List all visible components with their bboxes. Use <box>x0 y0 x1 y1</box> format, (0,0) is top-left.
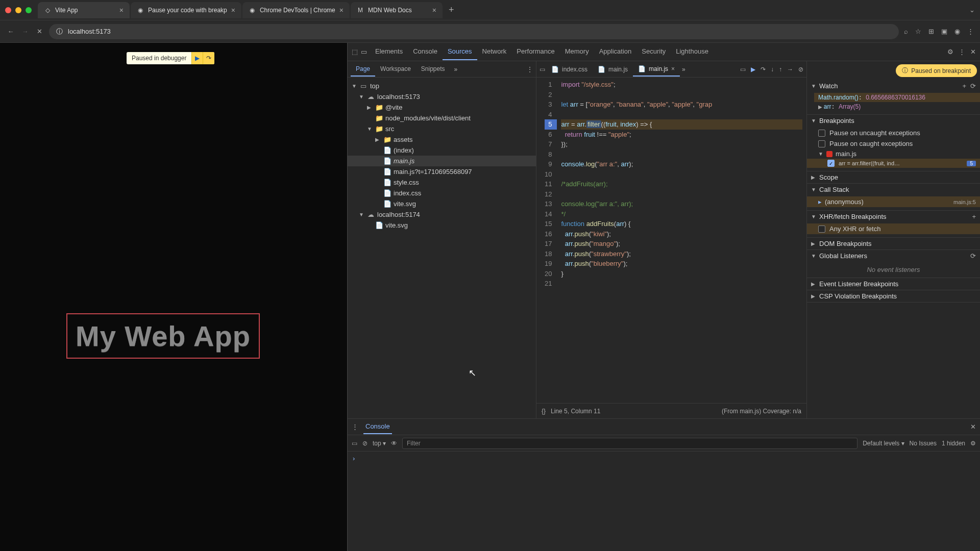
refresh-icon[interactable]: ⟳ <box>970 82 976 90</box>
close-tab-icon[interactable]: × <box>231 6 235 14</box>
scope-header[interactable]: ▶Scope <box>807 171 980 183</box>
resume-icon[interactable]: ▶ <box>751 66 755 73</box>
tree-item[interactable]: ▼📁src <box>348 123 536 134</box>
code-line[interactable]: arr.push("blueberry"); <box>561 259 802 269</box>
drawer-more-icon[interactable]: ⋮ <box>352 423 358 431</box>
code-line[interactable] <box>561 279 802 289</box>
line-number[interactable]: 2 <box>545 90 552 100</box>
extensions-icon[interactable]: ⊞ <box>928 28 934 35</box>
line-number[interactable]: 12 <box>545 189 552 199</box>
devtools-tab-elements[interactable]: Elements <box>370 43 408 60</box>
tree-item[interactable]: ▶📁assets <box>348 134 536 145</box>
add-watch-icon[interactable]: + <box>962 82 966 90</box>
step-over-icon[interactable]: ↷ <box>761 66 766 73</box>
watch-expression[interactable]: Math.random(): 0.6656686370016136 <box>814 93 980 102</box>
pause-uncaught-row[interactable]: Pause on uncaught exceptions <box>818 128 976 138</box>
sidebar-toggle-icon[interactable]: ▭ <box>352 440 357 447</box>
overflow-icon[interactable]: » <box>454 66 458 73</box>
forward-button[interactable]: → <box>20 28 30 35</box>
tree-item[interactable]: ▼☁localhost:5173 <box>348 91 536 102</box>
toggle-nav-icon[interactable]: ▭ <box>540 66 545 73</box>
line-number[interactable]: 9 <box>545 159 552 169</box>
back-button[interactable]: ← <box>6 28 15 35</box>
close-drawer-icon[interactable]: ✕ <box>970 423 976 431</box>
step-icon[interactable]: → <box>787 66 793 73</box>
watch-header[interactable]: ▼Watch +⟳ <box>807 80 980 92</box>
editor-tab[interactable]: 📄main.js× <box>633 62 680 77</box>
devtools-tab-memory[interactable]: Memory <box>560 43 594 60</box>
code-line[interactable] <box>561 90 802 100</box>
xhr-header[interactable]: ▼XHR/fetch Breakpoints+ <box>807 211 980 222</box>
log-levels[interactable]: Default levels ▾ <box>863 440 904 447</box>
line-number[interactable]: 8 <box>545 149 552 160</box>
tree-item[interactable]: 📄main.js?t=1710695568097 <box>348 166 536 177</box>
event-listener-bp-header[interactable]: ▶Event Listener Breakpoints <box>807 278 980 290</box>
bookmark-icon[interactable]: ☆ <box>915 28 921 35</box>
close-tab-icon[interactable]: × <box>432 6 436 14</box>
callstack-frame[interactable]: ▸ (anonymous) main.js:5 <box>807 196 980 207</box>
line-number[interactable]: 6 <box>545 130 552 140</box>
editor-tab[interactable]: 📄index.css <box>546 62 593 77</box>
close-tab-icon[interactable]: × <box>119 6 124 14</box>
tree-item[interactable]: 📁node_modules/vite/dist/client <box>348 113 536 123</box>
code-line[interactable]: arr.push("mango"); <box>561 239 802 249</box>
minimize-window[interactable] <box>15 7 21 13</box>
dom-bp-header[interactable]: ▶DOM Breakpoints <box>807 238 980 249</box>
devtools-tab-console[interactable]: Console <box>408 43 443 60</box>
code-line[interactable]: let arr = ["orange", "banana", "apple", … <box>561 99 802 110</box>
code-line[interactable]: import "/style.css"; <box>561 80 802 90</box>
tree-item[interactable]: ▼☁localhost:5174 <box>348 209 536 220</box>
pretty-print-icon[interactable]: {} <box>542 408 546 415</box>
menu-icon[interactable]: ⋮ <box>967 28 974 35</box>
global-listeners-header[interactable]: ▼Global Listeners⟳ <box>807 250 980 262</box>
deactivate-bp-icon[interactable]: ⊘ <box>798 66 803 73</box>
pause-caught-row[interactable]: Pause on caught exceptions <box>818 138 976 149</box>
code-line[interactable]: console.log("arr a:", arr); <box>561 199 802 209</box>
close-tab-icon[interactable]: × <box>339 6 344 14</box>
more-icon[interactable]: ⋮ <box>527 66 533 73</box>
code-editor[interactable]: 123456789101112131415161718192021 import… <box>536 78 806 403</box>
console-filter-input[interactable]: Filter <box>402 438 857 449</box>
code-line[interactable] <box>561 149 802 160</box>
code-line[interactable]: function addFruits(arr) { <box>561 219 802 229</box>
code-line[interactable]: /*addFruits(arr); <box>561 179 802 189</box>
refresh-icon[interactable]: ⟳ <box>970 252 976 260</box>
line-number[interactable]: 16 <box>545 229 552 239</box>
code-line[interactable]: return fruit !== "apple"; <box>561 130 802 140</box>
browser-tab[interactable]: ◉Chrome DevTools | Chrome× <box>242 2 350 18</box>
code-line[interactable] <box>561 189 802 199</box>
tree-item[interactable]: 📄(index) <box>348 145 536 156</box>
clear-console-icon[interactable]: ⊘ <box>362 440 368 447</box>
console-settings-icon[interactable]: ⚙ <box>970 440 976 447</box>
line-number[interactable]: 1 <box>545 80 552 90</box>
line-number[interactable]: 20 <box>545 269 552 279</box>
line-number[interactable]: 3 <box>545 99 552 110</box>
devtools-tab-application[interactable]: Application <box>594 43 637 60</box>
step-icon[interactable]: ↷ <box>203 52 214 64</box>
add-icon[interactable]: + <box>972 213 976 220</box>
profile-icon[interactable]: ◉ <box>954 28 960 35</box>
tree-item[interactable]: 📄index.css <box>348 188 536 198</box>
reload-button[interactable]: ✕ <box>35 28 44 35</box>
line-number[interactable]: 19 <box>545 259 552 269</box>
nav-tab-workspace[interactable]: Workspace <box>375 62 416 77</box>
close-window[interactable] <box>5 7 11 13</box>
xhr-any-row[interactable]: Any XHR or fetch <box>807 223 980 234</box>
tree-item[interactable]: 📄vite.svg <box>348 198 536 209</box>
code-line[interactable]: arr.push("strawberry"); <box>561 249 802 259</box>
line-number[interactable]: 18 <box>545 249 552 259</box>
more-icon[interactable]: ⋮ <box>959 48 965 56</box>
line-number[interactable]: 13 <box>545 199 552 209</box>
devtools-tab-lighthouse[interactable]: Lighthouse <box>671 43 714 60</box>
resume-icon[interactable]: ▶ <box>191 52 203 64</box>
browser-tab[interactable]: MMDN Web Docs× <box>351 2 443 18</box>
tree-item[interactable]: 📄style.css <box>348 177 536 188</box>
code-line[interactable]: */ <box>561 209 802 219</box>
chevron-down-icon[interactable]: ⌄ <box>969 6 975 14</box>
watch-expression[interactable]: ▶ arr: Array(5) <box>818 102 976 111</box>
browser-tab[interactable]: ◇Vite App× <box>38 2 130 18</box>
step-out-icon[interactable]: ↑ <box>779 66 782 73</box>
code-line[interactable]: arr = arr.filter((fruit, index) => { <box>561 119 802 130</box>
code-line[interactable] <box>561 169 802 180</box>
tree-item[interactable]: 📄vite.svg <box>348 220 536 231</box>
